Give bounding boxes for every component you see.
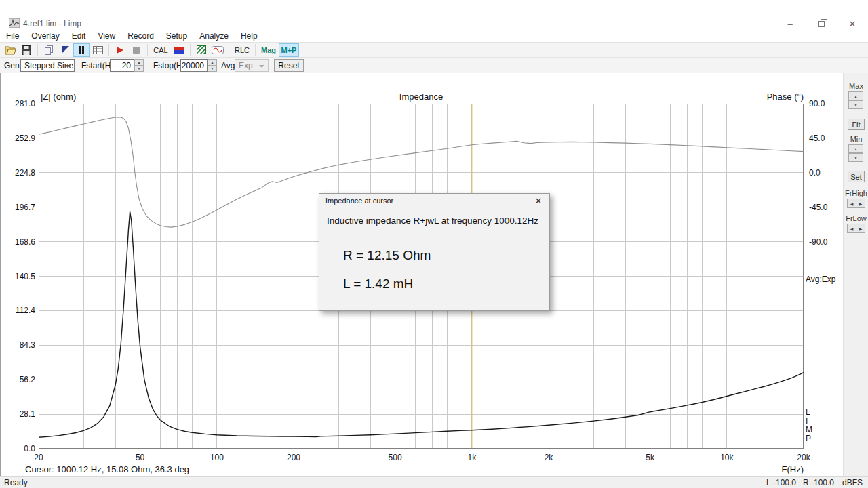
restore-icon: [818, 21, 825, 27]
impedance-at-cursor-dialog: Impedance at cursor ✕ Inductive impedanc…: [319, 193, 550, 311]
resistance-value: R = 12.15 Ohm: [343, 248, 431, 263]
gen-type-select[interactable]: Stepped Sine: [20, 59, 75, 72]
toolbar-separator: [147, 44, 148, 56]
generator-bar: Gen Stepped Sine Fstart(Hz) 20 ▲▼ Fstop(…: [0, 57, 868, 73]
max-up-button[interactable]: ▲: [848, 92, 863, 100]
red-blue-flag-icon: [174, 47, 184, 54]
x-tick: 20k: [787, 453, 821, 462]
open-file-button[interactable]: [2, 43, 18, 57]
dialog-title: Impedance at cursor: [326, 197, 393, 205]
x-tick: 1k: [455, 453, 489, 462]
title-bar: 4.ref1.lim - Limp – ✕: [0, 0, 868, 30]
spin-up-icon[interactable]: ▲: [208, 59, 217, 66]
pause-button[interactable]: [73, 43, 90, 57]
spin-down-icon[interactable]: ▼: [134, 66, 144, 73]
fit-button[interactable]: Fit: [848, 119, 865, 130]
x-tick: 10k: [710, 453, 744, 462]
right-axis-title: Phase (°): [746, 92, 804, 102]
toolbar: CAL RLC Mag M+P: [0, 42, 868, 57]
max-down-button[interactable]: ▼: [848, 100, 863, 109]
frhigh-right-button[interactable]: ▶: [856, 199, 865, 208]
min-down-button[interactable]: ▼: [848, 153, 863, 162]
y-right-tick: -90.0: [809, 237, 839, 247]
stop-icon: [133, 47, 140, 54]
fstop-input[interactable]: 20000: [180, 59, 208, 72]
chart-title: Impedance: [39, 92, 804, 102]
magnitude-phase-view-button[interactable]: M+P: [279, 43, 299, 57]
status-left-level: L:-100.0: [764, 477, 802, 488]
inductance-value: L = 1.42 mH: [343, 277, 413, 291]
calibrate-button[interactable]: CAL: [151, 43, 171, 57]
signal-generator-button[interactable]: [193, 43, 210, 57]
y-left-tick: 56.2: [0, 375, 35, 384]
open-folder-icon: [5, 45, 16, 55]
dialog-description: Inductive impedance R+jwL at frequency 1…: [327, 216, 538, 226]
start-measurement-button[interactable]: [112, 43, 128, 57]
menu-item-view[interactable]: View: [92, 31, 121, 41]
fstop-spinner[interactable]: ▲▼: [208, 59, 217, 72]
toolbar-separator: [255, 44, 256, 56]
x-tick: 200: [277, 453, 311, 462]
toolbar-separator: [190, 44, 191, 56]
frhigh-left-button[interactable]: ◀: [847, 199, 856, 208]
sine-setup-button[interactable]: [210, 43, 226, 57]
min-label: Min: [844, 135, 868, 143]
chevron-down-icon: [65, 65, 71, 68]
set-button[interactable]: Set: [848, 171, 865, 182]
menu-item-analyze[interactable]: Analyze: [193, 31, 235, 41]
y-left-tick: 196.7: [0, 203, 35, 212]
frlow-right-button[interactable]: ▶: [856, 224, 865, 233]
fstart-input[interactable]: 20: [110, 59, 134, 72]
toolbar-separator: [37, 44, 38, 56]
frhigh-arrows: ◀▶: [847, 199, 865, 208]
reset-button[interactable]: Reset: [274, 59, 304, 72]
avg-readout: Avg:Exp: [806, 274, 835, 284]
table-view-button[interactable]: [90, 43, 106, 57]
toolbar-separator: [229, 44, 229, 56]
y-right-tick: 45.0: [809, 134, 839, 143]
y-left-tick: 0.0: [0, 444, 35, 453]
toolbar-separator: [108, 44, 109, 56]
menu-item-help[interactable]: Help: [235, 31, 264, 41]
menu-item-overlay[interactable]: Overlay: [25, 31, 65, 41]
table-grid-icon: [93, 46, 103, 54]
avg-select: Exp: [235, 59, 269, 72]
fstart-spinner[interactable]: ▲▼: [134, 59, 144, 72]
y-left-tick: 252.9: [0, 134, 35, 143]
magnitude-view-button[interactable]: Mag: [258, 43, 279, 57]
x-tick: 2k: [532, 453, 566, 462]
y-left-tick: 140.5: [0, 272, 35, 281]
frhigh-label: FrHigh: [844, 189, 868, 197]
frlow-label: FrLow: [844, 214, 868, 222]
green-striped-icon: [197, 45, 206, 54]
window-title: 4.ref1.lim - Limp: [23, 19, 81, 28]
rlc-button[interactable]: RLC: [232, 43, 252, 57]
spin-up-icon[interactable]: ▲: [134, 59, 144, 66]
status-unit: dBFS: [840, 477, 868, 488]
y-right-tick: -45.0: [809, 203, 839, 212]
status-right-level: R:-100.0: [802, 477, 840, 488]
frlow-left-button[interactable]: ◀: [847, 224, 856, 233]
x-tick: 100: [200, 453, 234, 462]
menu-item-edit[interactable]: Edit: [66, 31, 92, 41]
x-tick: 50: [123, 453, 157, 462]
stop-measurement-button[interactable]: [128, 43, 144, 57]
generator-setup-button[interactable]: [171, 43, 187, 57]
x-tick: 500: [378, 453, 412, 462]
menu-item-file[interactable]: File: [0, 31, 25, 41]
app-icon: [9, 18, 20, 28]
sine-wave-icon: [212, 46, 224, 54]
dialog-close-icon[interactable]: ✕: [533, 195, 544, 206]
save-file-button[interactable]: [18, 43, 35, 57]
pen-flag-button[interactable]: [57, 43, 73, 57]
menu-item-setup[interactable]: Setup: [160, 31, 193, 41]
spin-down-icon[interactable]: ▼: [208, 66, 217, 73]
y-right-tick: 0.0: [809, 168, 839, 178]
y-left-tick: 112.4: [0, 306, 35, 315]
status-ready: Ready: [0, 478, 764, 487]
min-up-button[interactable]: ▲: [848, 144, 863, 153]
right-panel: Max ▲ ▼ Fit Min ▲ ▼ Set FrHigh ◀▶ FrLow …: [843, 73, 868, 476]
y-right-tick: 90.0: [809, 99, 839, 108]
menu-item-record[interactable]: Record: [121, 31, 160, 41]
overlay-copy-button[interactable]: [41, 43, 57, 57]
